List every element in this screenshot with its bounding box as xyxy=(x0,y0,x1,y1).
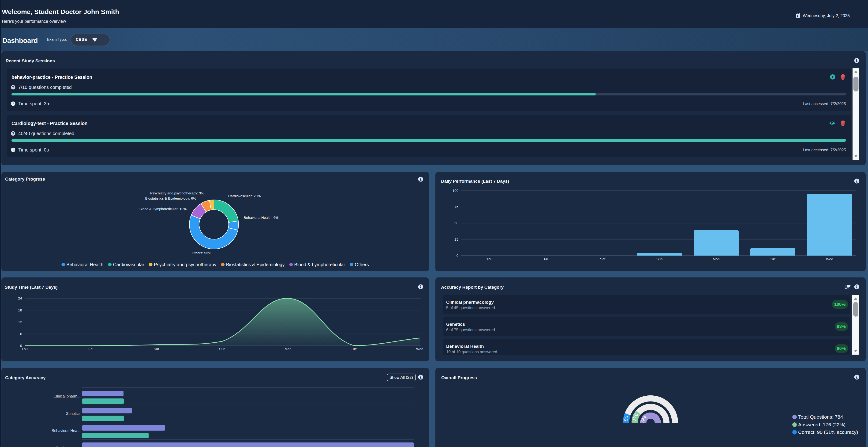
svg-text:Blood & Lymphoreticular: Blood & Lymphoreticular xyxy=(294,262,345,267)
svg-text:Correct: 90 (51% accuracy): Correct: 90 (51% accuracy) xyxy=(798,429,858,435)
svg-text:6: 6 xyxy=(20,332,22,336)
svg-text:Mon: Mon xyxy=(284,347,291,351)
svg-text:90: 90 xyxy=(623,415,629,421)
svg-text:12: 12 xyxy=(18,320,22,324)
svg-text:40/40 questions completed: 40/40 questions completed xyxy=(18,131,74,136)
svg-text:Category Progress: Category Progress xyxy=(5,177,45,181)
svg-text:Wednesday, July 2, 2025: Wednesday, July 2, 2025 xyxy=(803,13,850,18)
svg-text:Sat: Sat xyxy=(600,257,606,261)
svg-text:Show All (22): Show All (22) xyxy=(390,375,413,380)
svg-text:Behavioral Health: Behavioral Health xyxy=(66,262,103,267)
svg-text:6 of 75 questions answered: 6 of 75 questions answered xyxy=(446,328,495,332)
svg-text:Exam Type:: Exam Type: xyxy=(47,37,67,41)
svg-text:Overall Progress: Overall Progress xyxy=(441,375,477,380)
svg-text:25: 25 xyxy=(455,237,458,241)
svg-text:Time spent: 0s: Time spent: 0s xyxy=(18,147,49,152)
svg-text:Study Time (Last 7 Days): Study Time (Last 7 Days) xyxy=(5,285,58,290)
svg-text:Cardiovascul...: Cardiovascul... xyxy=(56,446,81,447)
svg-text:?: ? xyxy=(12,131,14,135)
svg-text:Thu: Thu xyxy=(486,257,492,261)
svg-text:Behavioral Health: Behavioral Health xyxy=(446,344,484,349)
svg-text:Here's your performance overvi: Here's your performance overview xyxy=(2,19,66,24)
svg-text:Clinical pharm...: Clinical pharm... xyxy=(54,394,81,398)
svg-text:Dashboard: Dashboard xyxy=(2,37,38,44)
svg-text:Last accessed: 7/2/2025: Last accessed: 7/2/2025 xyxy=(803,101,846,106)
svg-text:Thu: Thu xyxy=(22,347,28,351)
svg-text:Time spent: 3m: Time spent: 3m xyxy=(18,101,51,106)
svg-text:0: 0 xyxy=(457,254,458,258)
svg-text:Biostatistics & Epidemiology:: Biostatistics & Epidemiology: 6% xyxy=(145,196,196,200)
svg-text:Fri: Fri xyxy=(544,257,548,261)
svg-text:Wed: Wed xyxy=(416,347,424,351)
svg-text:7/10 questions completed: 7/10 questions completed xyxy=(18,85,72,90)
svg-text:Tue: Tue xyxy=(351,347,356,351)
svg-text:behavior-practice - Practice S: behavior-practice - Practice Session xyxy=(11,74,92,80)
svg-text:100: 100 xyxy=(453,188,458,192)
svg-text:Genetics: Genetics xyxy=(66,412,81,416)
svg-text:Recent Study Sessions: Recent Study Sessions xyxy=(6,58,55,63)
svg-text:?: ? xyxy=(12,85,14,89)
svg-text:Total Questions: 784: Total Questions: 784 xyxy=(798,414,843,420)
svg-text:Accuracy Report by Category: Accuracy Report by Category xyxy=(441,285,504,290)
svg-text:5 of 45 questions answered: 5 of 45 questions answered xyxy=(446,305,495,310)
svg-text:Clinical pharmacology: Clinical pharmacology xyxy=(446,300,494,305)
svg-text:100%: 100% xyxy=(834,302,846,307)
svg-text:83%: 83% xyxy=(837,324,846,329)
svg-text:Sun: Sun xyxy=(219,347,225,351)
svg-text:Others: 53%: Others: 53% xyxy=(192,251,211,255)
svg-text:18: 18 xyxy=(18,308,22,312)
svg-text:Cardiovascular: 23%: Cardiovascular: 23% xyxy=(228,194,260,198)
svg-text:Blood & Lymphoreticular: 10%: Blood & Lymphoreticular: 10% xyxy=(140,207,187,211)
svg-text:50: 50 xyxy=(455,221,458,225)
svg-text:Sun: Sun xyxy=(656,257,663,261)
svg-text:CBSE: CBSE xyxy=(76,37,87,41)
svg-text:Behavioral Health: 6%: Behavioral Health: 6% xyxy=(244,215,278,219)
svg-text:10 of 10 questions answered: 10 of 10 questions answered xyxy=(446,350,497,354)
svg-text:Psychiatry and psychotherapy:: Psychiatry and psychotherapy: 3% xyxy=(150,191,204,195)
svg-text:Genetics: Genetics xyxy=(446,322,465,327)
svg-text:24: 24 xyxy=(18,296,22,300)
svg-text:Behavioral Hea...: Behavioral Hea... xyxy=(52,429,81,433)
svg-text:Welcome, Student Doctor John S: Welcome, Student Doctor John Smith xyxy=(2,8,119,16)
svg-text:Last accessed: 7/2/2025: Last accessed: 7/2/2025 xyxy=(803,148,846,152)
svg-text:Psychiatry and psychotherapy: Psychiatry and psychotherapy xyxy=(154,262,217,267)
svg-text:Others: Others xyxy=(355,262,369,267)
svg-text:Sat: Sat xyxy=(154,347,159,351)
svg-text:Daily Performance (Last 7 Days: Daily Performance (Last 7 Days) xyxy=(441,179,509,184)
svg-text:75: 75 xyxy=(455,205,458,209)
svg-text:Mon: Mon xyxy=(713,257,719,261)
svg-text:Tue: Tue xyxy=(770,257,776,261)
svg-text:Answered: 176 (22%): Answered: 176 (22%) xyxy=(798,422,845,427)
svg-text:80%: 80% xyxy=(837,346,846,351)
svg-text:Wed: Wed xyxy=(826,257,833,261)
svg-text:Fri: Fri xyxy=(88,347,93,351)
svg-text:Biostatistics & Epidemiology: Biostatistics & Epidemiology xyxy=(226,262,284,267)
svg-text:Cardiovascular: Cardiovascular xyxy=(113,262,144,267)
svg-text:Cardiology-test - Practice Ses: Cardiology-test - Practice Session xyxy=(11,121,88,126)
svg-text:Category Accuracy: Category Accuracy xyxy=(5,375,46,380)
